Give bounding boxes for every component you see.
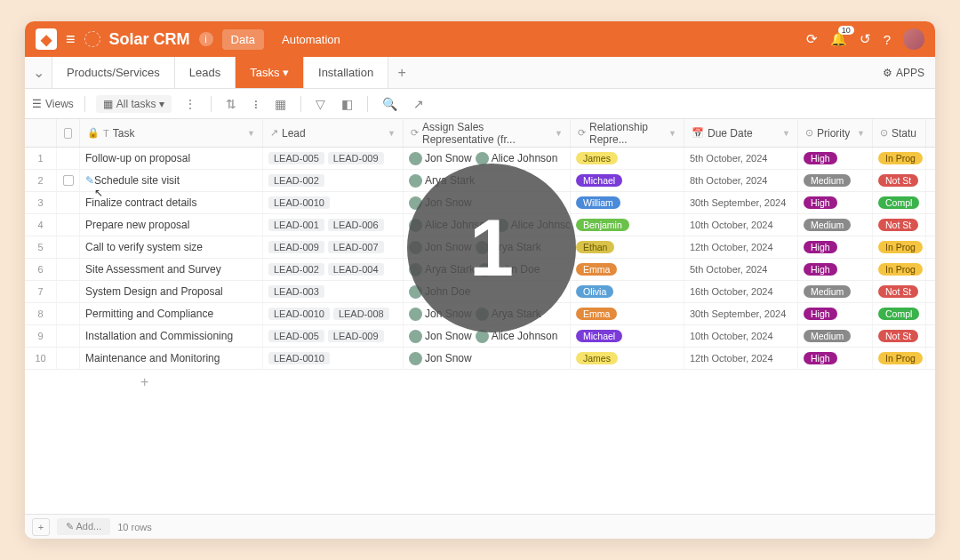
more-icon[interactable]: ⋮ [180,95,200,113]
filter-icon[interactable]: ▽ [312,95,329,113]
col-lead[interactable]: ↗ Lead▼ [263,119,404,147]
col-status[interactable]: ⊙ Statu [873,119,926,147]
add-field[interactable]: ✎ Add... [57,518,110,535]
table-row[interactable]: 3Finalize contract detailsLEAD-0010Jon S… [25,192,935,214]
row-count: 10 rows [117,522,152,532]
hamburger-icon[interactable]: ≡ [66,30,76,49]
sync-icon[interactable]: ⟳ [806,31,818,47]
sheet-tab-leads[interactable]: Leads [175,57,236,88]
history-icon[interactable]: ↺ [860,31,871,47]
footer: + ✎ Add... 10 rows [25,514,935,539]
cursor-icon: ↖ [94,187,103,199]
select-all[interactable] [57,119,80,147]
grid-header: 🔒T Task▼ ↗ Lead▼ ⟳ Assign Sales Represen… [25,119,935,148]
user-avatar[interactable] [903,28,924,50]
search-icon[interactable]: 🔍 [379,95,401,113]
add-row[interactable]: + [25,370,935,395]
sort-icon[interactable]: ⇅ [222,95,240,113]
table-row[interactable]: 5Call to verify system sizeLEAD-009LEAD-… [25,236,935,259]
group-icon[interactable]: ▦ [271,95,290,113]
table-row[interactable]: 10Maintenance and MonitoringLEAD-0010Jon… [25,348,935,370]
table-row[interactable]: 2✎ Schedule site visitLEAD-002Arya Stark… [25,170,935,192]
table-row[interactable]: 8Permitting and ComplianceLEAD-0010LEAD-… [25,303,935,325]
sheet-tab-tasks[interactable]: Tasks ▾ [236,57,304,88]
color-icon[interactable]: ◧ [338,95,356,113]
add-button[interactable]: + [32,518,50,536]
table-row[interactable]: 1Follow-up on proposalLEAD-005LEAD-009Jo… [25,148,935,170]
col-rel[interactable]: ⟳ Relationship Repre...▼ [571,119,684,147]
apps-button[interactable]: ⚙ APPS [872,67,935,79]
share-icon[interactable]: ↗ [410,95,428,113]
view-selector[interactable]: ▦ All tasks ▾ [96,95,172,113]
adjust-icon[interactable]: ⫶ [249,95,262,113]
sheet-tab-installation[interactable]: Installation [304,57,388,88]
sheet-tabbar: ⌄ Products/ServicesLeadsTasks ▾Installat… [25,57,935,89]
grid-body: 1Follow-up on proposalLEAD-005LEAD-009Jo… [25,148,935,370]
tab-data[interactable]: Data [222,29,264,50]
table-row[interactable]: 9Installation and CommissioningLEAD-005L… [25,325,935,348]
collapse-icon[interactable]: ⌄ [25,64,52,81]
col-task[interactable]: 🔒T Task▼ [80,119,263,147]
views-button[interactable]: ☰ Views [32,98,74,110]
table-row[interactable]: 7System Design and ProposalLEAD-003John … [25,281,935,303]
app-logo[interactable]: ◆ [36,28,57,50]
table-row[interactable]: 4Prepare new proposalLEAD-001LEAD-006Ali… [25,214,935,236]
topbar: ◆ ≡ Solar CRM i Data Automation ⟳ 🔔10 ↺ … [25,21,935,57]
table-row[interactable]: 6Site Assessment and SurveyLEAD-002LEAD-… [25,259,935,281]
tab-automation[interactable]: Automation [273,29,349,50]
col-priority[interactable]: ⊙ Priority▼ [798,119,873,147]
bell-icon[interactable]: 🔔10 [830,31,847,47]
help-icon[interactable]: ? [884,32,891,47]
add-sheet-button[interactable]: + [388,65,415,81]
col-sales[interactable]: ⟳ Assign Sales Representative (fr...▼ [404,119,571,147]
workspace-icon[interactable] [84,31,100,47]
app-title: Solar CRM [109,30,190,49]
col-due[interactable]: 📅 Due Date▼ [684,119,798,147]
toolbar: ☰ Views ▦ All tasks ▾ ⋮ ⇅ ⫶ ▦ ▽ ◧ 🔍 ↗ [25,89,935,119]
sheet-tab-productsservices[interactable]: Products/Services [52,57,175,88]
info-icon[interactable]: i [199,32,213,46]
notif-badge: 10 [838,26,854,35]
